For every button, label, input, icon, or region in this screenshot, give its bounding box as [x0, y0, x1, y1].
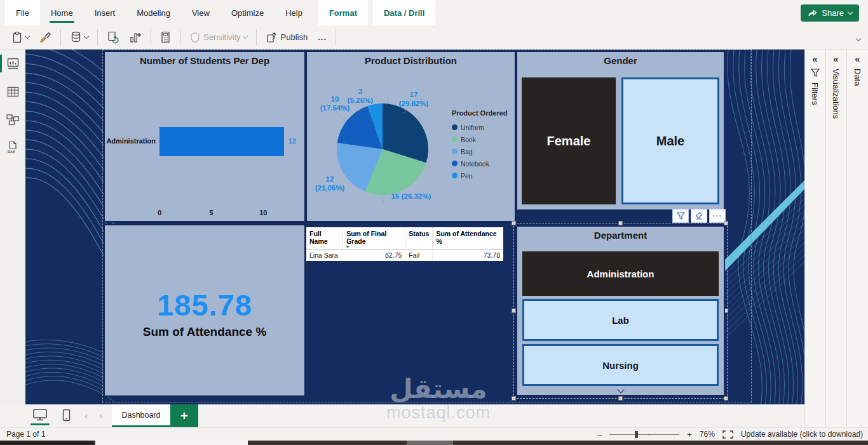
- next-page-arrow[interactable]: ›: [99, 410, 102, 421]
- page-indicator: Page 1 of 1: [0, 430, 45, 439]
- more-options-icon[interactable]: ···: [709, 209, 726, 223]
- selection-handle[interactable]: [618, 396, 623, 401]
- pie-data-label: 15 (26.32%): [373, 192, 449, 201]
- selection-handle[interactable]: [512, 396, 516, 401]
- share-button[interactable]: Share: [801, 4, 859, 22]
- ribbon-separator: [256, 29, 257, 46]
- legend-dot: [452, 136, 458, 142]
- refresh-button[interactable]: [102, 28, 124, 47]
- menu-tab-home[interactable]: Home: [40, 0, 84, 25]
- slicer-option-nursing[interactable]: Nursing: [522, 344, 719, 386]
- pie-data-label: 17 (29.82%): [390, 90, 438, 108]
- selection-handle[interactable]: [512, 309, 516, 313]
- department-slicer[interactable]: Department AdministrationLabNursing: [516, 225, 725, 396]
- pie-chart-visual[interactable]: Product Distribution 17 (29.82%)15 (26.3…: [306, 51, 516, 222]
- model-view-button[interactable]: [0, 105, 25, 133]
- ribbon-separator: [180, 29, 180, 46]
- paste-button[interactable]: [6, 28, 34, 47]
- data-panel-collapsed[interactable]: « Data: [846, 50, 868, 427]
- desktop-layout-button[interactable]: [32, 408, 48, 422]
- y-axis-category-label: Administration: [106, 137, 156, 145]
- x-axis-tick: 0: [158, 209, 161, 216]
- zoom-slider-thumb[interactable]: [635, 431, 638, 438]
- svg-text:DAX: DAX: [8, 150, 15, 154]
- mobile-layout-button[interactable]: [62, 409, 71, 422]
- table-visual[interactable]: Full NameSum of Final Grade▾StatusSum of…: [306, 227, 503, 261]
- slicer-option-lab[interactable]: Lab: [522, 299, 719, 341]
- legend-item-notebook[interactable]: Notebook: [452, 157, 507, 169]
- zoom-out-button[interactable]: –: [597, 430, 602, 439]
- dax-query-view-button[interactable]: DAX: [0, 133, 25, 161]
- slicer-option-male[interactable]: Male: [621, 77, 719, 204]
- table-column-header[interactable]: Status: [405, 227, 433, 250]
- expand-panel-icon[interactable]: «: [855, 55, 860, 63]
- slicer-scroll-more-button[interactable]: [517, 389, 724, 392]
- filter-funnel-icon[interactable]: [672, 209, 689, 223]
- horizontal-scrollbar[interactable]: [0, 441, 868, 445]
- filter-funnel-icon: [811, 69, 820, 77]
- powerbi-desktop-window: File Home Insert Modeling View Optimize …: [0, 0, 868, 445]
- menu-tab-data-drill[interactable]: Data / Drill: [373, 0, 435, 25]
- bar-administration[interactable]: [159, 127, 284, 156]
- new-page-button[interactable]: +: [170, 404, 198, 427]
- sensitivity-icon: [189, 32, 201, 43]
- filters-panel-collapsed[interactable]: « Filters: [804, 50, 825, 427]
- eraser-clear-selections-icon[interactable]: [691, 209, 707, 223]
- legend-item-pen[interactable]: Pen: [452, 169, 507, 182]
- previous-page-arrow[interactable]: ‹: [85, 410, 88, 421]
- table-column-header[interactable]: Sum of Attendance %: [433, 227, 503, 250]
- report-view-button[interactable]: [0, 50, 25, 77]
- selection-handle[interactable]: [618, 221, 623, 225]
- collapse-ribbon-button[interactable]: [857, 32, 860, 43]
- slicer-option-female[interactable]: Female: [522, 77, 616, 204]
- menu-tab-help[interactable]: Help: [275, 0, 313, 25]
- table-view-button[interactable]: [0, 77, 25, 105]
- more-commands-button[interactable]: ...: [313, 28, 332, 47]
- slicer-option-administration[interactable]: Administration: [522, 251, 719, 296]
- update-available-link[interactable]: Update available (click to download): [741, 430, 863, 439]
- table-column-header[interactable]: Full Name: [306, 227, 343, 250]
- slicer-title: Department: [520, 230, 721, 241]
- expand-panel-icon[interactable]: «: [833, 55, 838, 63]
- format-painter-button[interactable]: [34, 28, 57, 47]
- fit-to-page-icon[interactable]: [722, 430, 733, 439]
- new-visual-button[interactable]: [124, 28, 147, 47]
- publish-icon: [266, 31, 278, 43]
- table-cell: 82.75: [343, 250, 405, 262]
- menu-tab-file[interactable]: File: [5, 0, 40, 25]
- table-column-header[interactable]: Sum of Final Grade▾: [343, 227, 405, 250]
- publish-button[interactable]: Publish: [261, 28, 313, 47]
- database-button[interactable]: [65, 28, 93, 47]
- legend-item-uniform[interactable]: Uniform: [452, 121, 507, 133]
- legend-item-bag[interactable]: Bag: [452, 145, 507, 157]
- pie-data-label: 12 (21.05%): [307, 175, 353, 192]
- zoom-slider[interactable]: [609, 434, 679, 435]
- zoom-in-button[interactable]: +: [687, 430, 692, 439]
- selection-handle[interactable]: [724, 396, 728, 401]
- card-visual[interactable]: 185.78 Sum of Attendance %: [104, 224, 306, 397]
- calculator-button[interactable]: [155, 28, 176, 47]
- menu-tab-view[interactable]: View: [181, 0, 220, 25]
- menu-tab-optimize[interactable]: Optimize: [220, 0, 275, 25]
- expand-panel-icon[interactable]: «: [812, 55, 817, 63]
- visualizations-panel-collapsed[interactable]: « Visualizations: [825, 50, 846, 427]
- table-row[interactable]: Lina Sara82.75Fail73.78: [306, 250, 503, 262]
- menu-tab-format[interactable]: Format: [318, 0, 368, 25]
- report-canvas[interactable]: Number of Students Per Dep Administratio…: [25, 50, 804, 404]
- chevron-down-icon: [848, 10, 853, 15]
- menu-tab-modeling[interactable]: Modeling: [126, 0, 181, 25]
- page-tab-dashboard[interactable]: Dashboard: [112, 404, 170, 427]
- gender-slicer[interactable]: Gender FemaleMale: [516, 51, 725, 211]
- bar-chart-visual[interactable]: Number of Students Per Dep Administratio…: [104, 51, 306, 222]
- right-panels: « Filters « Visualizations « Data: [804, 50, 868, 427]
- table-cell: Fail: [405, 250, 433, 262]
- chevron-down-icon: [242, 34, 247, 39]
- ribbon-separator: [151, 29, 151, 46]
- menu-tab-insert[interactable]: Insert: [84, 0, 126, 25]
- scrollbar-thumb[interactable]: [95, 441, 248, 445]
- publish-label: Publish: [281, 32, 308, 42]
- share-icon: [808, 9, 817, 17]
- legend-item-book[interactable]: Book: [452, 133, 507, 145]
- visualizations-panel-label: Visualizations: [831, 69, 841, 119]
- x-axis: 0510: [105, 209, 304, 218]
